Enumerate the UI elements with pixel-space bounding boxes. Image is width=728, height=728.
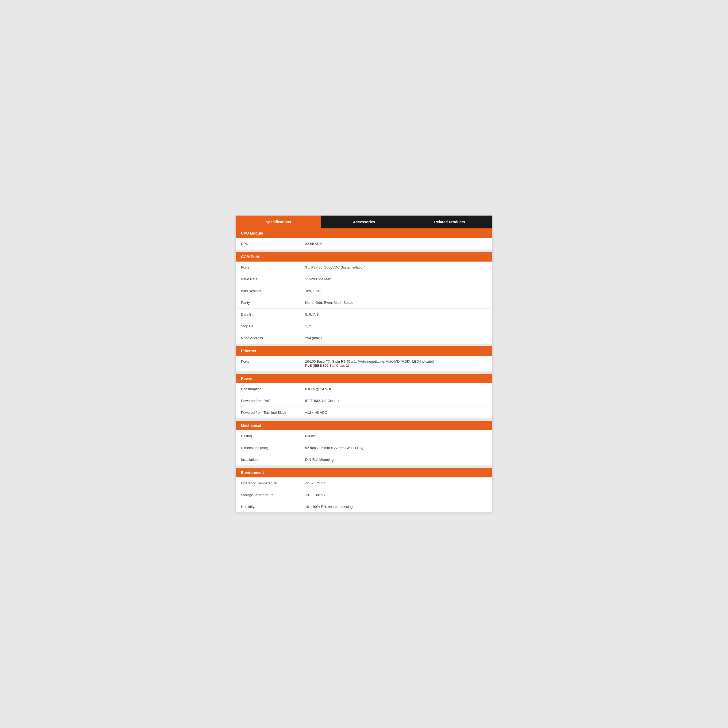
spec-value: -30 ~ +80 °C (300, 489, 492, 501)
spec-label: Stop Bit (236, 320, 300, 332)
section-header-power: Power (236, 374, 492, 383)
table-row: Stop Bit1, 2 (236, 320, 492, 332)
table-row: CasingPlastic (236, 430, 492, 442)
table-row: Bias ResistorYes, 1 KΩ (236, 285, 492, 297)
spec-value: 32-bit ARM (300, 238, 492, 249)
table-row: Humidity10 ~ 90% RH, non-condensing (236, 501, 492, 512)
spec-label: Powered from Terminal Block (236, 407, 300, 418)
section-gap (236, 250, 492, 252)
spec-label: Ports (236, 356, 300, 367)
spec-value: 1, 2 (300, 320, 492, 332)
spec-value: DIN-Rail Mounting (300, 454, 492, 465)
section-header-mechanical: Mechanical (236, 421, 492, 430)
table-row: ParityNone, Odd, Even, Mark, Space (236, 297, 492, 309)
spec-value: 3 x RS-485 (3000VDC Signal Isolation) (300, 262, 492, 273)
section-gap (236, 466, 492, 468)
table-row: Powered from Terminal Block+12 ~ 48 VDC (236, 407, 492, 419)
table-row: Data Bit5, 6, 7, 8 (236, 309, 492, 320)
section-header-environment: Environment (236, 468, 492, 477)
spec-value: +12 ~ 48 VDC (300, 407, 492, 418)
spec-label: Ports (236, 262, 300, 273)
section-gap (236, 419, 492, 421)
spec-label: Baud Rate (236, 273, 300, 285)
spec-value: Yes, 1 KΩ (300, 285, 492, 297)
spec-label: Consumption (236, 383, 300, 395)
spec-value: 5, 6, 7, 8 (300, 309, 492, 320)
table-row: Operating Temperature-25 ~ +75 °C (236, 477, 492, 489)
spec-label: Operating Temperature (236, 477, 300, 489)
spec-label: Data Bit (236, 309, 300, 320)
spec-value: 254 (max.) (300, 332, 492, 344)
table-row: InstallationDIN-Rail Mounting (236, 454, 492, 466)
table-row: Node Address254 (max.) (236, 332, 492, 344)
spec-label: Bias Resistor (236, 285, 300, 297)
section-header-ethernet: Ethernet (236, 346, 492, 356)
section-gap (236, 344, 492, 346)
table-row: Ports10/100 Base-TX, 8-pin RJ-45 x 1, (A… (236, 356, 492, 372)
spec-label: Installation (236, 454, 300, 465)
tab-accessories[interactable]: Accessories (321, 216, 407, 228)
tab-bar: Specifications Accessories Related Produ… (236, 216, 492, 228)
table-row: Ports3 x RS-485 (3000VDC Signal Isolatio… (236, 262, 492, 273)
spec-value: IEEE 802.3af, Class 1 (300, 395, 492, 407)
spec-label: Node Address (236, 332, 300, 344)
section-gap (236, 372, 492, 374)
tab-specifications[interactable]: Specifications (236, 216, 321, 228)
spec-label: Powered from PoE (236, 395, 300, 407)
spec-value: 10/100 Base-TX, 8-pin RJ-45 x 1, (Auto-n… (300, 356, 492, 371)
table-row: Dimensions (mm)52 mm x 95 mm x 27 mm (W … (236, 442, 492, 454)
table-row: Powered from PoEIEEE 802.3af, Class 1 (236, 395, 492, 407)
table-row: Storage Temperature-30 ~ +80 °C (236, 489, 492, 501)
spec-label: Parity (236, 297, 300, 308)
tab-related-products[interactable]: Related Products (407, 216, 492, 228)
spec-label: Casing (236, 430, 300, 442)
spec-label: Dimensions (mm) (236, 442, 300, 454)
spec-value: Plastic (300, 430, 492, 442)
spec-value: 0.07 A @ 24 VDC (300, 383, 492, 395)
spec-value: None, Odd, Even, Mark, Space (300, 297, 492, 308)
section-header-com-ports: COM Ports (236, 252, 492, 262)
spec-label: Humidity (236, 501, 300, 512)
spec-label: Storage Temperature (236, 489, 300, 501)
spec-label: CPU (236, 238, 300, 249)
table-row: Consumption0.07 A @ 24 VDC (236, 383, 492, 395)
table-row: CPU32-bit ARM (236, 238, 492, 250)
spec-value: 10 ~ 90% RH, non-condensing (300, 501, 492, 512)
sections-container: CPU ModuleCPU32-bit ARMCOM PortsPorts3 x… (236, 228, 492, 512)
spec-value: 52 mm x 95 mm x 27 mm (W x H x D) (300, 442, 492, 454)
specs-container: Specifications Accessories Related Produ… (236, 216, 492, 512)
table-row: Baud Rate115200 bps Max. (236, 273, 492, 285)
section-header-cpu-module: CPU Module (236, 228, 492, 238)
spec-value: 115200 bps Max. (300, 273, 492, 285)
spec-value: -25 ~ +75 °C (300, 477, 492, 489)
